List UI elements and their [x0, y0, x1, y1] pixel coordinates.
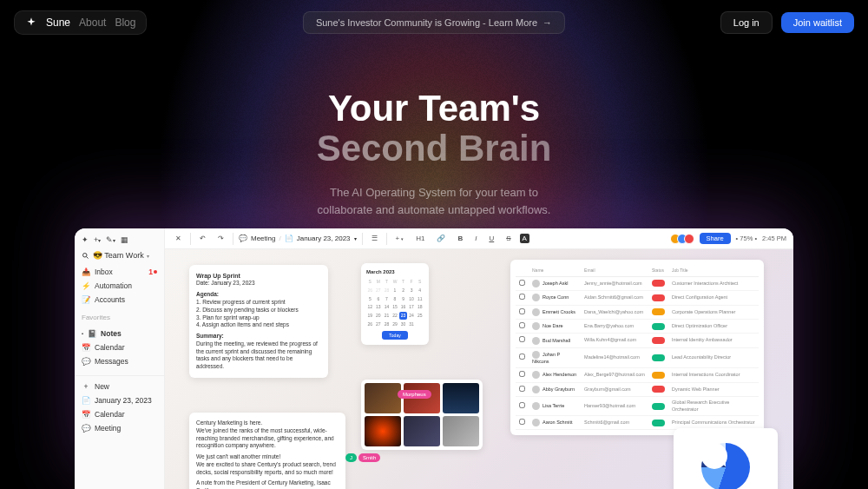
italic-button[interactable]: I — [471, 233, 480, 244]
breadcrumb[interactable]: 💬 Meeting / 📄 January 23, 2023 ▾ — [239, 235, 357, 242]
sidebar-calendar[interactable]: 📅 Calendar — [75, 340, 164, 354]
image-thumbnail[interactable] — [404, 416, 440, 446]
status-badge — [652, 403, 665, 410]
row-checkbox[interactable] — [519, 371, 525, 377]
hero-line-1: Your Team's — [0, 89, 868, 129]
row-checkbox[interactable] — [519, 386, 525, 392]
avatar — [684, 234, 694, 244]
table-row[interactable]: Alex Henderson Alex_Berge97@hotmail.com … — [516, 368, 759, 382]
search-icon[interactable] — [82, 252, 89, 260]
image-thumbnail[interactable] — [443, 383, 479, 413]
row-checkbox[interactable] — [519, 322, 525, 328]
avatar — [532, 386, 540, 393]
row-checkbox[interactable] — [519, 308, 525, 314]
image-thumbnail[interactable] — [365, 383, 401, 413]
arrow-right-icon: → — [542, 17, 552, 28]
join-waitlist-button[interactable]: Join waitlist — [781, 12, 854, 33]
user-tag-morpheus: Morpheus — [398, 390, 431, 399]
login-button[interactable]: Log in — [720, 11, 773, 34]
nav-about[interactable]: About — [79, 17, 106, 29]
calendar-card[interactable]: March 2023 SMTWTFS2627281234567891011121… — [361, 263, 429, 345]
row-checkbox[interactable] — [519, 419, 525, 425]
share-button[interactable]: Share — [700, 233, 731, 244]
sidebar-notes[interactable]: • 📓 Notes — [75, 327, 164, 340]
brand-pill[interactable]: Sune About Blog — [14, 10, 147, 35]
avatar — [532, 419, 540, 426]
sidebar-automation[interactable]: ⚡ Automation — [75, 279, 164, 293]
investor-banner[interactable]: Sune's Investor Community is Growing - L… — [303, 11, 565, 34]
sidebar-messages[interactable]: 💬 Messages — [75, 354, 164, 368]
table-row[interactable]: Lisa Terrie Hanser93@hotmail.com Global … — [516, 397, 759, 416]
row-checkbox[interactable] — [519, 294, 525, 300]
sidebar-recent-item[interactable]: 📄January 23, 2023 — [75, 393, 164, 407]
notes-icon: 📓 — [88, 329, 96, 338]
app-preview: ✦ +▾ ✎▾ ▦ 😎 Team Work ▾ 📥 Inbox 1 ⚡ Auto… — [75, 228, 793, 489]
status-badge — [652, 372, 665, 379]
row-checkbox[interactable] — [519, 402, 525, 408]
sidebar: ✦ +▾ ✎▾ ▦ 😎 Team Work ▾ 📥 Inbox 1 ⚡ Auto… — [75, 228, 165, 489]
pencil-icon[interactable]: ✎▾ — [106, 235, 115, 244]
avatar — [532, 322, 540, 330]
h1-button[interactable]: H1 — [412, 233, 428, 244]
presence-avatars — [674, 234, 694, 244]
status-badge — [652, 354, 665, 361]
link-icon[interactable]: 🔗 — [433, 233, 449, 244]
sidebar-inbox[interactable]: 📥 Inbox 1 — [75, 265, 164, 279]
grid-icon[interactable]: ▦ — [121, 235, 128, 244]
plus-icon: + — [82, 382, 90, 391]
note-card-sprint[interactable]: Wrap Up Sprint Date: January 23, 2023 Ag… — [189, 265, 328, 378]
accounts-icon: 📝 — [82, 295, 90, 304]
undo-icon[interactable]: ↶ — [196, 233, 209, 244]
underline-button[interactable]: U — [485, 233, 497, 244]
sidebar-new[interactable]: + New — [75, 380, 164, 393]
redo-icon[interactable]: ↷ — [214, 233, 227, 244]
row-checkbox[interactable] — [519, 354, 525, 360]
table-row[interactable]: Bud Marshall Willa.Kuhn4@gmail.com Inter… — [516, 334, 759, 347]
table-row[interactable]: Noe Dare Ena.Barry@yahoo.com Direct Opti… — [516, 320, 759, 334]
sidebar-accounts[interactable]: 📝 Accounts — [75, 293, 164, 307]
contacts-table: NameEmailStatusJob Title Joseph Askl Jen… — [516, 265, 759, 430]
top-nav: Sune About Blog Sune's Investor Communit… — [0, 0, 868, 45]
row-checkbox[interactable] — [519, 280, 525, 286]
banner-text: Sune's Investor Community is Growing - L… — [316, 17, 537, 28]
hero-line-2: Second Brain — [0, 129, 868, 169]
nav-blog[interactable]: Blog — [115, 17, 135, 29]
compass-icon[interactable]: ✦ — [82, 235, 89, 244]
svg-point-0 — [83, 253, 88, 257]
table-row[interactable]: Emmett Crooks Dana_Waelchi@yahoo.com Cor… — [516, 305, 759, 319]
sidebar-recent-item[interactable]: 💬Meeting — [75, 421, 164, 435]
strike-button[interactable]: S — [503, 233, 514, 244]
add-icon[interactable]: +▾ — [392, 233, 408, 244]
image-thumbnail[interactable] — [443, 416, 479, 446]
table-row[interactable]: Joseph Askl Jenny_annie@hotmail.com Cust… — [516, 276, 759, 290]
table-card[interactable]: NameEmailStatusJob Title Joseph Askl Jen… — [510, 260, 764, 435]
close-icon[interactable]: ✕ — [172, 233, 185, 244]
canvas: ✕ ↶ ↷ 💬 Meeting / 📄 January 23, 2023 ▾ ☰… — [165, 228, 793, 489]
logo-icon — [25, 17, 37, 29]
status-badge — [652, 386, 665, 393]
status-badge — [652, 337, 665, 344]
table-row[interactable]: Royce Conn Aidan.Schmitt6@gmail.com Dire… — [516, 291, 759, 305]
table-row[interactable]: Johan P Nikcons Madeline14@hotmail.com L… — [516, 347, 759, 367]
bullet-icon: • — [82, 331, 83, 336]
hero: Your Team's Second Brain The AI Operatin… — [0, 89, 868, 218]
zoom-level[interactable]: • 75% • — [736, 235, 757, 242]
status-badge — [652, 294, 665, 301]
bold-button[interactable]: B — [454, 233, 466, 244]
image-grid-card[interactable]: Morpheus J Smith — [361, 380, 483, 450]
avatar — [532, 337, 540, 345]
workspace-selector[interactable]: 😎 Team Work ▾ — [93, 251, 157, 260]
sidebar-recent-item[interactable]: 📅Calendar — [75, 407, 164, 421]
hero-title: Your Team's Second Brain — [0, 89, 868, 169]
text-color-button[interactable]: A — [520, 234, 529, 243]
table-row[interactable]: Abby Grayburn Grayburn@gmail.com Dynamic… — [516, 382, 759, 396]
today-button[interactable]: Today — [382, 331, 407, 340]
donut-chart-card[interactable] — [674, 428, 778, 489]
messages-icon: 💬 — [82, 357, 90, 366]
note-card-century[interactable]: Century Marketing is here. We've joined … — [189, 413, 345, 489]
avatar — [532, 308, 540, 316]
list-icon[interactable]: ☰ — [368, 233, 381, 244]
image-thumbnail[interactable] — [365, 416, 401, 446]
plus-icon[interactable]: +▾ — [94, 235, 101, 244]
row-checkbox[interactable] — [519, 336, 525, 342]
